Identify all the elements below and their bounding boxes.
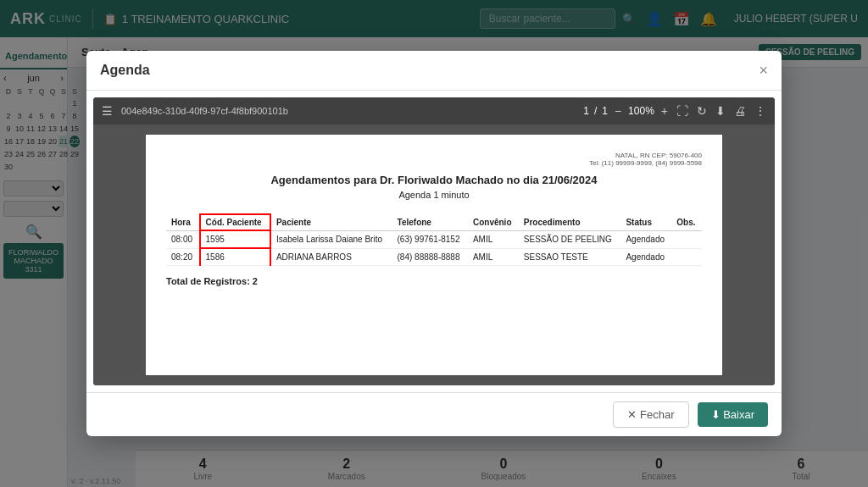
pdf-page: NATAL, RN CEP: 59076-400 Tel: (11) 99999… — [146, 135, 722, 375]
cell-hora-2: 08:20 — [166, 248, 200, 266]
col-procedimento: Procedimento — [519, 214, 621, 230]
pdf-zoom-level: 100% — [628, 105, 654, 117]
pdf-clinic-line1: NATAL, RN CEP: 59076-400 — [166, 152, 702, 159]
cell-convenio-1: AMIL — [468, 230, 519, 248]
pdf-menu-button[interactable]: ☰ — [100, 104, 114, 118]
table-row: 08:20 1586 ADRIANA BARROS (84) 88888-888… — [166, 248, 702, 266]
modal-baixar-button[interactable]: ⬇ Baixar — [698, 402, 768, 427]
cell-procedimento-2: SESSAO TESTE — [519, 248, 621, 266]
cell-paciente-1: Isabela Larissa Daiane Brito — [270, 230, 392, 248]
modal-overlay: Agenda × ☰ 004e849c-310d-40f9-97cf-4f8bf… — [0, 0, 868, 487]
cell-status-1: Agendado — [620, 230, 671, 248]
pdf-doc-subtitle: Agenda 1 minuto — [166, 190, 702, 200]
col-telefone: Telefone — [392, 214, 468, 230]
modal-fechar-button[interactable]: ✕ Fechar — [613, 401, 688, 428]
col-cod: Cód. Paciente — [200, 214, 270, 230]
pdf-page-total: 1 — [602, 105, 608, 117]
pdf-appointments-table: Hora Cód. Paciente Paciente Telefone Con… — [166, 213, 702, 266]
modal-agenda: Agenda × ☰ 004e849c-310d-40f9-97cf-4f8bf… — [86, 51, 782, 436]
table-row: 08:00 1595 Isabela Larissa Daiane Brito … — [166, 230, 702, 248]
col-status: Status — [620, 214, 671, 230]
modal-header: Agenda × — [86, 51, 782, 91]
cell-telefone-2: (84) 88888-8888 — [392, 248, 468, 266]
cell-paciente-2: ADRIANA BARROS — [270, 248, 392, 266]
modal-footer: ✕ Fechar ⬇ Baixar — [86, 392, 782, 436]
pdf-viewer: ☰ 004e849c-310d-40f9-97cf-4f8bf900101b 1… — [93, 97, 775, 385]
cell-status-2: Agendado — [620, 248, 671, 266]
col-paciente: Paciente — [270, 214, 392, 230]
cell-convenio-2: AMIL — [468, 248, 519, 266]
pdf-content: NATAL, RN CEP: 59076-400 Tel: (11) 99999… — [93, 125, 775, 385]
pdf-doc-title: Agendamentos para Dr. Floriwaldo Machado… — [166, 174, 702, 186]
pdf-print-button[interactable]: 🖨 — [732, 104, 748, 118]
cell-obs-1 — [671, 230, 702, 248]
pdf-page-sep: / — [594, 105, 597, 117]
pdf-page-current: 1 — [583, 105, 589, 117]
col-obs: Obs. — [671, 214, 702, 230]
cell-cod-1: 1595 — [200, 230, 270, 248]
modal-body: ☰ 004e849c-310d-40f9-97cf-4f8bf900101b 1… — [86, 91, 782, 392]
pdf-toolbar: ☰ 004e849c-310d-40f9-97cf-4f8bf900101b 1… — [93, 97, 775, 125]
cell-cod-2: 1586 — [200, 248, 270, 266]
cell-hora-1: 08:00 — [166, 230, 200, 248]
pdf-total-records: Total de Registros: 2 — [166, 276, 702, 286]
pdf-zoom-in-button[interactable]: + — [659, 104, 670, 118]
cell-obs-2 — [671, 248, 702, 266]
col-convenio: Convênio — [468, 214, 519, 230]
pdf-filename: 004e849c-310d-40f9-97cf-4f8bf900101b — [121, 106, 576, 116]
pdf-fit-button[interactable]: ⛶ — [675, 104, 690, 118]
pdf-rotate-button[interactable]: ↻ — [695, 104, 709, 118]
pdf-more-button[interactable]: ⋮ — [753, 104, 768, 118]
cell-telefone-1: (63) 99761-8152 — [392, 230, 468, 248]
cell-procedimento-1: SESSÃO DE PEELING — [519, 230, 621, 248]
pdf-toolbar-controls: 1 / 1 − 100% + ⛶ ↻ ⬇ 🖨 ⋮ — [583, 104, 768, 118]
pdf-zoom-out-button[interactable]: − — [613, 104, 623, 118]
pdf-download-toolbar-button[interactable]: ⬇ — [714, 104, 727, 118]
pdf-clinic-line2: Tel: (11) 99999-9999, (84) 9999-5598 — [166, 159, 702, 167]
col-hora: Hora — [166, 214, 200, 230]
modal-close-button[interactable]: × — [759, 63, 768, 78]
pdf-page-clinic-info: NATAL, RN CEP: 59076-400 Tel: (11) 99999… — [166, 152, 702, 167]
modal-title: Agenda — [100, 63, 150, 78]
